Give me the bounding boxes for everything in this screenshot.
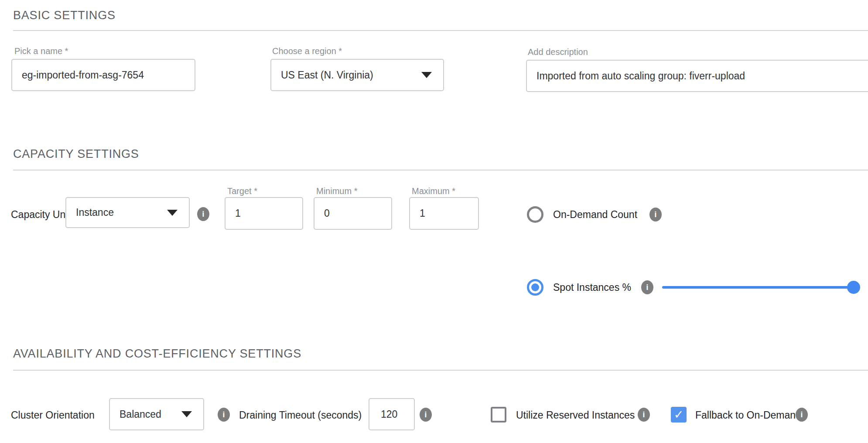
region-select-value: US East (N. Virginia) <box>281 69 373 81</box>
region-label: Choose a region * <box>272 46 342 56</box>
spot-instances-info-icon[interactable] <box>641 280 653 294</box>
chevron-down-icon <box>167 210 178 216</box>
chevron-down-icon <box>181 411 192 417</box>
minimum-label: Minimum * <box>316 186 357 196</box>
cluster-orientation-select[interactable]: Balanced <box>109 398 204 430</box>
on-demand-count-radio[interactable] <box>527 206 543 223</box>
name-label: Pick a name * <box>14 46 68 56</box>
description-input[interactable] <box>526 60 868 92</box>
capacity-unit-value: Instance <box>76 207 114 218</box>
spot-instances-label: Spot Instances % <box>553 282 631 293</box>
on-demand-count-info-icon[interactable] <box>649 208 662 222</box>
on-demand-count-label: On-Demand Count <box>553 209 637 221</box>
maximum-input[interactable] <box>409 197 479 230</box>
target-input[interactable] <box>225 197 303 230</box>
utilize-reserved-instances-label: Utilize Reserved Instances <box>516 409 635 421</box>
spot-instances-radio[interactable] <box>527 279 543 296</box>
settings-page: BASIC SETTINGS Pick a name * Choose a re… <box>0 0 868 443</box>
spot-percentage-slider[interactable] <box>662 286 854 289</box>
name-input[interactable] <box>11 59 195 91</box>
capacity-settings-title: CAPACITY SETTINGS <box>13 147 139 161</box>
maximum-label: Maximum * <box>412 186 455 196</box>
fallback-to-on-demand-checkbox[interactable] <box>671 407 687 423</box>
availability-settings-title: AVAILABILITY AND COST-EFFICIENCY SETTING… <box>13 347 301 361</box>
basic-settings-title: BASIC SETTINGS <box>13 9 116 22</box>
cluster-orientation-label: Cluster Orientation <box>11 409 95 421</box>
draining-timeout-info-icon[interactable] <box>420 408 432 422</box>
spot-percentage-slider-thumb[interactable] <box>847 281 860 294</box>
utilize-reserved-instances-info-icon[interactable] <box>638 408 650 422</box>
fallback-to-on-demand-info-icon[interactable] <box>796 408 808 422</box>
fallback-to-on-demand-label: Fallback to On-Demand <box>695 409 801 421</box>
cluster-orientation-info-icon[interactable] <box>218 408 230 422</box>
description-label: Add description <box>528 47 588 57</box>
divider <box>13 370 868 371</box>
capacity-unit-label: Capacity Unit <box>11 209 71 221</box>
draining-timeout-input[interactable] <box>369 398 415 430</box>
draining-timeout-label: Draining Timeout (seconds) <box>239 409 362 421</box>
target-label: Target * <box>227 186 257 196</box>
cluster-orientation-value: Balanced <box>120 409 161 420</box>
divider <box>13 30 868 31</box>
utilize-reserved-instances-checkbox[interactable] <box>491 407 506 423</box>
divider <box>13 170 868 170</box>
capacity-unit-select[interactable]: Instance <box>65 197 190 228</box>
minimum-input[interactable] <box>314 197 392 230</box>
capacity-unit-info-icon[interactable] <box>197 207 209 221</box>
chevron-down-icon <box>421 72 432 78</box>
region-select[interactable]: US East (N. Virginia) <box>270 59 444 91</box>
